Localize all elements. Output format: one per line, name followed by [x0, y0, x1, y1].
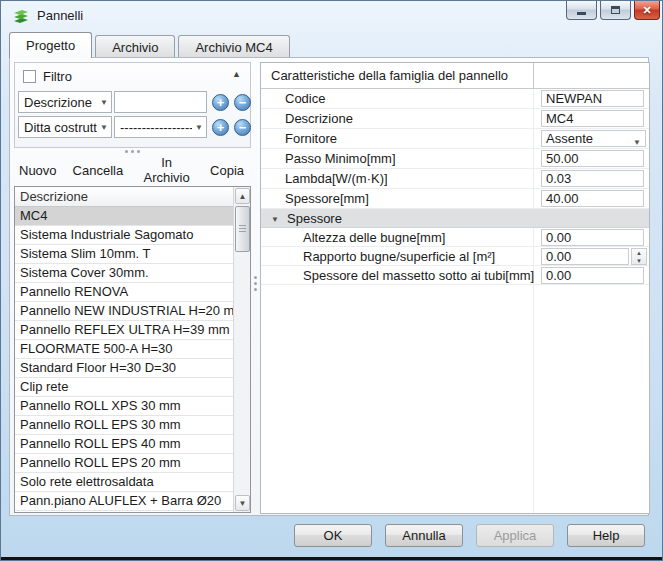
combo-value: Descrizione	[24, 95, 92, 110]
combo-value: Assente	[546, 131, 593, 146]
horizontal-splitter[interactable]	[10, 148, 255, 155]
maximize-button[interactable]	[600, 1, 631, 20]
plus-icon: +	[217, 95, 225, 110]
property-label: Fornitore	[285, 129, 337, 148]
add-filter-button-1[interactable]: +	[212, 94, 229, 111]
scroll-down-icon[interactable]: ▼	[235, 495, 250, 511]
filter-row-1: Descrizione ▼ + −	[18, 91, 251, 113]
copia-button[interactable]: Copia	[205, 160, 249, 181]
minus-icon: −	[239, 95, 247, 110]
filter-value-select-2[interactable]: ------------------ ▼	[114, 116, 207, 138]
applica-button[interactable]: Applica	[476, 524, 554, 547]
tab-label: Archivio MC4	[195, 40, 272, 55]
list-item[interactable]: FLOORMATE 500-A H=30	[15, 340, 233, 359]
triangle-down-icon[interactable]: ▼	[271, 215, 279, 224]
list-item[interactable]: Pannello NEW INDUSTRIAL H=20 mm	[15, 302, 233, 321]
property-label: Spessore del massetto sotto ai tubi[mm]	[303, 266, 534, 285]
property-row-descrizione: Descrizione MC4	[261, 109, 649, 129]
filter-value-input[interactable]	[114, 91, 207, 113]
tab-archivio[interactable]: Archivio	[95, 35, 175, 58]
property-label: Spessore[mm]	[285, 189, 369, 208]
remove-filter-button-2[interactable]: −	[234, 119, 251, 136]
ok-button[interactable]: OK	[294, 524, 372, 547]
property-row-lambda: Lambda[W/(m·K)] 0.03	[261, 169, 649, 189]
tab-label: Progetto	[26, 38, 75, 53]
panel-list: Descrizione MC4 Sistema Industriale Sago…	[14, 186, 251, 513]
tab-archivio-mc4[interactable]: Archivio MC4	[178, 35, 289, 58]
property-label: Passo Minimo[mm]	[285, 149, 396, 168]
spessore-massetto-field[interactable]: 0.00	[541, 267, 644, 284]
add-filter-button-2[interactable]: +	[212, 119, 229, 136]
property-row-codice: Codice NEWPAN	[261, 89, 649, 109]
chevron-down-icon: ▼	[100, 98, 108, 107]
list-item[interactable]: Pannello ROLL EPS 30 mm	[15, 416, 233, 435]
property-row-spessore-mm: Spessore[mm] 40.00	[261, 189, 649, 209]
spin-up-icon[interactable]: ▲	[632, 249, 646, 257]
list-item[interactable]: Solo rete elettrosaldata	[15, 473, 233, 492]
close-icon: ✕	[642, 2, 651, 19]
list-item[interactable]: Sistema Cover 30mm.	[15, 264, 233, 283]
list-item[interactable]: Clip rete	[15, 378, 233, 397]
annulla-button[interactable]: Annulla	[385, 524, 463, 547]
rapporto-bugne-field[interactable]: 0.00	[541, 248, 629, 265]
spessore-field[interactable]: 40.00	[541, 190, 644, 207]
tab-progetto[interactable]: Progetto	[9, 32, 92, 58]
window-title: Pannelli	[37, 8, 83, 23]
list-item[interactable]: Pannello ROLL EPS 40 mm	[15, 435, 233, 454]
spin-down-icon[interactable]: ▼	[632, 257, 646, 265]
list-item[interactable]: Sistema Slim 10mm. T	[15, 245, 233, 264]
cancella-button[interactable]: Cancella	[68, 160, 129, 181]
collapse-filter-icon[interactable]: ▲	[232, 69, 241, 79]
combo-value: ------------------	[120, 120, 192, 135]
passo-minimo-field[interactable]: 50.00	[541, 150, 644, 167]
in-archivio-button[interactable]: In Archivio	[134, 152, 199, 188]
filter-field-select-2[interactable]: Ditta costruttrice ▼	[18, 116, 112, 138]
combo-value: Ditta costruttrice	[24, 120, 97, 135]
close-button[interactable]: ✕	[634, 1, 660, 20]
property-label: Rapporto bugne/superficie al [m²]	[303, 247, 495, 266]
list-item[interactable]: Sistema Industriale Sagomato	[15, 226, 233, 245]
nuovo-button[interactable]: Nuovo	[14, 160, 62, 181]
tab-page-progetto: Filtro ▲ Descrizione ▼ + − Ditta costrut…	[9, 57, 649, 516]
filter-row-2: Ditta costruttrice ▼ ------------------ …	[18, 116, 251, 138]
property-row-passo-minimo: Passo Minimo[mm] 50.00	[261, 149, 649, 169]
list-scrollbar[interactable]: ▲ ▼	[233, 187, 250, 512]
lambda-field[interactable]: 0.03	[541, 170, 644, 187]
rapporto-bugne-stepper[interactable]: ▲ ▼	[631, 248, 647, 265]
property-row-rapporto-bugne: Rapporto bugne/superficie al [m²] 0.00 ▲…	[261, 247, 649, 266]
codice-field[interactable]: NEWPAN	[541, 90, 644, 107]
filter-groupbox: Filtro ▲ Descrizione ▼ + − Ditta costrut…	[14, 62, 251, 148]
vertical-splitter[interactable]	[251, 263, 259, 303]
scroll-up-icon[interactable]: ▲	[235, 188, 250, 204]
property-grid-header: Caratteristiche della famiglia del panne…	[261, 63, 649, 89]
property-label: Codice	[285, 89, 325, 108]
list-item[interactable]: MC4	[15, 207, 233, 226]
property-row-altezza-bugne: Altezza delle bugne[mm] 0.00	[261, 228, 649, 247]
title-bar[interactable]: Pannelli ✕	[1, 1, 662, 31]
property-grid: Caratteristiche della famiglia del panne…	[260, 62, 650, 514]
minimize-button[interactable]	[566, 1, 597, 20]
list-item[interactable]: Pannello REFLEX ULTRA H=39 mm	[15, 321, 233, 340]
filtro-checkbox[interactable]	[23, 70, 36, 83]
property-row-fornitore: Fornitore Assente ▼	[261, 129, 649, 149]
fornitore-select[interactable]: Assente ▼	[541, 130, 646, 147]
list-item[interactable]: Standard Floor H=30 D=30	[15, 359, 233, 378]
remove-filter-button-1[interactable]: −	[234, 94, 251, 111]
descrizione-field[interactable]: MC4	[541, 110, 644, 127]
list-item[interactable]: Pannello ROLL XPS 30 mm	[15, 397, 233, 416]
list-item[interactable]: Pannello RENOVA	[15, 283, 233, 302]
help-button[interactable]: Help	[567, 524, 645, 547]
altezza-bugne-field[interactable]: 0.00	[541, 229, 644, 246]
filtro-label: Filtro	[43, 69, 72, 84]
list-column-header[interactable]: Descrizione	[15, 187, 233, 207]
chevron-down-icon[interactable]: ▼	[633, 135, 641, 150]
property-group-spessore[interactable]: ▼ Spessore	[261, 209, 649, 228]
list-item[interactable]: Pann.piano ALUFLEX + Barra Ø20	[15, 492, 233, 511]
property-grid-header-value-column	[533, 63, 649, 88]
filter-field-select-1[interactable]: Descrizione ▼	[18, 91, 112, 113]
property-label: Altezza delle bugne[mm]	[303, 228, 445, 247]
scroll-thumb[interactable]	[235, 206, 250, 252]
list-item[interactable]: Pannello ROLL EPS 20 mm	[15, 454, 233, 473]
property-label: Descrizione	[285, 109, 353, 128]
dialog-footer: OK Annulla Applica Help	[9, 524, 649, 547]
